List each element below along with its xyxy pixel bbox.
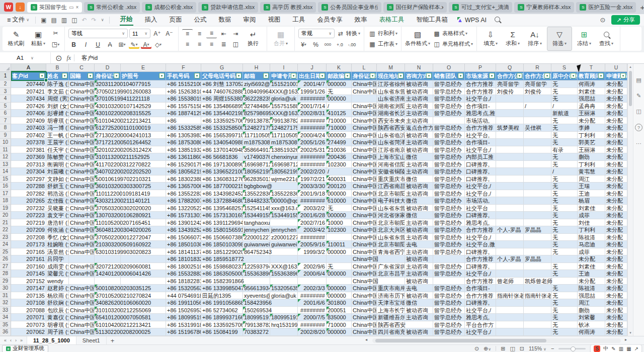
cell-I12[interactable]: chenxinyur — [270, 153, 298, 161]
header-cell-F1[interactable]: 手机号码▾ — [166, 72, 201, 80]
cell-T17[interactable]: 王迪 — [578, 190, 605, 198]
cell-C27[interactable]: China中国 — [69, 263, 95, 271]
cell-G30[interactable]: +86 1339985047 — [201, 285, 243, 292]
cell-F27[interactable]: +86 18002510 — [166, 263, 201, 271]
cell-D28[interactable]: 142401200006041426 — [95, 270, 121, 278]
cell-H28[interactable]: 155363896 — [243, 270, 270, 278]
cell-K15[interactable]: 400031 — [327, 175, 352, 183]
cell-T25[interactable]: 成菲 — [578, 248, 605, 256]
cell-F9[interactable]: +86 13053983 — [166, 132, 201, 139]
cell-L10[interactable]: China中国 — [352, 139, 377, 146]
cell-C24[interactable]: China中国 — [69, 241, 95, 248]
cell-Q30[interactable] — [496, 285, 524, 292]
cell-U16[interactable]: 未分配 — [605, 183, 627, 190]
cell-B30[interactable]: 赵君婷 (女 — [46, 285, 69, 292]
cell-I9[interactable]: 117110505 — [270, 132, 298, 139]
format-painter-button[interactable]: ✎ 格式刷 — [6, 28, 26, 50]
column-header-J[interactable]: J — [298, 64, 327, 72]
cell-H12[interactable]: v17490376 — [243, 153, 270, 161]
close-tab-icon[interactable]: × — [75, 5, 78, 10]
ime-language-icon[interactable]: 中 — [603, 345, 608, 352]
cell-D8[interactable]: 612725200110100019 — [95, 124, 121, 132]
header-cell-R1[interactable]: 合作方名称▾ — [524, 72, 551, 80]
cell-H2[interactable]: ziyi5692@ — [243, 80, 270, 88]
cell-J9[interactable]: 2000/4/24 — [298, 132, 327, 139]
cell-D18[interactable]: 430321200211140121 — [95, 197, 121, 205]
cell-H4[interactable]: 362228235 — [243, 95, 270, 103]
cell-A21[interactable]: 207219 — [11, 219, 46, 227]
cell-Q26[interactable]: 个人-罗晶 — [496, 255, 524, 263]
cell-S36[interactable]: 无 — [551, 328, 578, 336]
ribbon-tab-表格工具[interactable]: 表格工具 — [379, 15, 405, 25]
row-header-26[interactable]: 26 — [0, 255, 11, 263]
cell-B16[interactable]: 舒妍玉 (女 — [46, 183, 69, 190]
document-tab-7[interactable]: S国任财产保险样本.x — [383, 2, 447, 13]
cell-N8[interactable]: 返点合作方 — [405, 124, 433, 132]
cell-O17[interactable]: 留学总经办 — [433, 190, 465, 198]
column-header-G[interactable]: G — [201, 64, 243, 72]
cell-M17[interactable]: 北京市朝阳 — [377, 190, 405, 198]
cell-D17[interactable]: 110112200109181419 — [95, 190, 121, 198]
cell-D20[interactable]: 130703200106280921 — [95, 212, 121, 219]
header-cell-L1[interactable]: 身份证地址▾ — [352, 72, 377, 80]
increase-indent-icon[interactable]: ⇥ — [230, 29, 241, 38]
cell-M33[interactable]: 上海市长宁 — [377, 307, 405, 314]
cell-C3[interactable]: China中国 — [69, 88, 95, 96]
split-icon[interactable]: ◫ — [636, 108, 641, 115]
cell-G32[interactable]: +86 1991056868 — [201, 299, 243, 307]
cell-K5[interactable]: / — [327, 103, 352, 110]
redo-icon[interactable]: ↷ — [92, 17, 97, 24]
row-header-29[interactable]: 29 — [0, 278, 11, 285]
cell-D25[interactable]: 630103199903020823 — [95, 248, 121, 256]
strikethrough-button[interactable]: A — [105, 40, 115, 49]
cell-I28[interactable]: 155363896 — [270, 270, 298, 278]
cell-D3[interactable]: 370502199901260083 — [95, 88, 121, 96]
cell-N29[interactable]: 被动咨询 — [405, 278, 433, 285]
cell-M21[interactable]: 北京市朝阳 — [377, 219, 405, 227]
cell-U32[interactable]: 未分配 — [605, 299, 627, 307]
cell-H10[interactable]: m1875308 — [243, 139, 270, 146]
cell-A23[interactable]: 207208 — [11, 234, 46, 241]
vertical-scrollbar[interactable]: ▴ ▾ — [627, 64, 633, 336]
cell-I15[interactable]: wjrme221@ — [270, 175, 298, 183]
highlight-color-button[interactable]: ✎▾ — [129, 40, 139, 49]
cell-C8[interactable]: China中国 — [69, 124, 95, 132]
filter-dropdown-icon[interactable]: ▾ — [345, 73, 350, 78]
row-header-21[interactable]: 21 — [0, 219, 11, 227]
find-button[interactable]: 查找▾ — [596, 28, 616, 50]
cell-G36[interactable]: +86 15084199 — [201, 328, 243, 336]
document-tab-10[interactable]: S医护五险一金.xlsx — [576, 2, 636, 13]
filter-dropdown-icon[interactable]: ▾ — [571, 73, 576, 78]
cell-J25[interactable]: 1999/3/2 — [298, 248, 327, 256]
cell-G18[interactable]: +86 1372884680 — [201, 197, 243, 205]
cell-N18[interactable]: 微信 — [405, 197, 433, 205]
cell-P32[interactable]: 口碑推荐, — [465, 299, 496, 307]
cell-C32[interactable]: China中国 — [69, 299, 95, 307]
cell-D12[interactable]: 310113200211152925 — [95, 153, 121, 161]
cell-R23[interactable] — [524, 234, 551, 241]
cell-K11[interactable]: 210036 — [327, 146, 352, 154]
cell-U17[interactable]: 未分配 — [605, 190, 627, 198]
cell-D13[interactable]: 411702200312270822 — [95, 161, 121, 168]
input-method-panel[interactable]: S 中 ✎ ▥ ▦ ↗ — [590, 344, 642, 352]
cell-P33[interactable]: 社交平台,/ — [465, 307, 496, 314]
filter-dropdown-icon[interactable]: ▾ — [236, 73, 242, 78]
cell-T30[interactable]: 陈祖清 — [578, 285, 605, 292]
cell-R6[interactable] — [524, 110, 551, 117]
cell-B5[interactable]: 刘妍 (女) — [46, 103, 69, 110]
fill-button[interactable]: ⇩ 填充▾ — [480, 28, 501, 50]
cell-S22[interactable]: 无 — [551, 226, 578, 234]
cell-S15[interactable]: 无 — [551, 175, 578, 183]
cell-B21[interactable]: 唐浩轩 (男 — [46, 219, 69, 227]
cell-O15[interactable]: 留学总经办 — [433, 175, 465, 183]
cell-I4[interactable]: gloria@uk — [270, 95, 298, 103]
cell-B36[interactable]: 周子路 (女 — [46, 328, 69, 336]
cell-M2[interactable]: 江苏省徐州 — [377, 80, 405, 88]
cell-Q5[interactable] — [496, 103, 524, 110]
cell-L30[interactable]: China中国 — [352, 285, 377, 292]
cut-button[interactable]: ✂ — [50, 29, 61, 38]
cell-R28[interactable] — [524, 270, 551, 278]
cell-S2[interactable]: 无 — [551, 80, 578, 88]
cell-T5[interactable]: 孟冉冉 — [578, 103, 605, 110]
cell-Q18[interactable] — [496, 197, 524, 205]
